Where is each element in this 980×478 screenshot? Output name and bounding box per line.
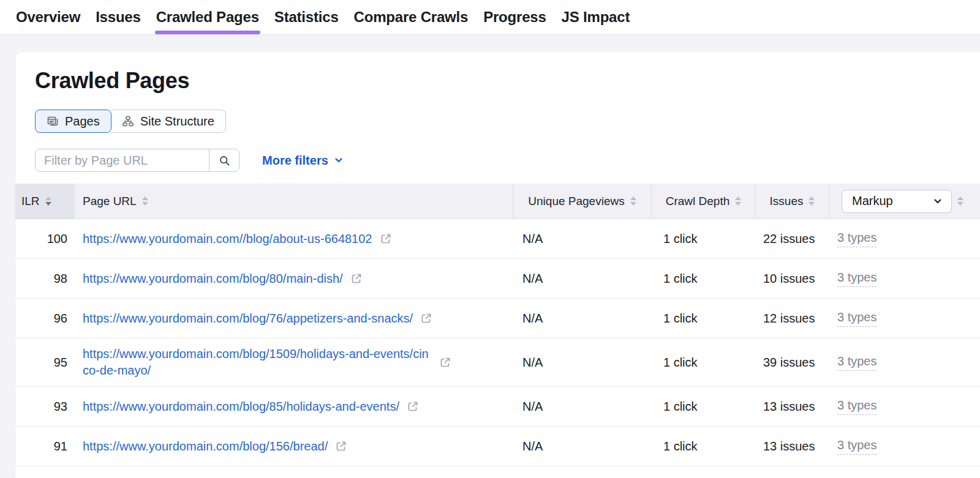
- ilr-value: 91: [15, 439, 75, 454]
- crawled-pages-card: Crawled Pages Pages: [15, 52, 980, 478]
- page-url-cell: https://www.yourdomain.com//blog/about-u…: [75, 231, 513, 247]
- filter-row: More filters: [35, 149, 980, 172]
- page-url-link[interactable]: https://www.yourdomain.com//blog/about-u…: [83, 231, 372, 247]
- page-title: Crawled Pages: [15, 52, 980, 94]
- external-link-icon[interactable]: [407, 400, 419, 413]
- column-header-ilr[interactable]: ILR: [15, 184, 75, 218]
- pages-icon: [47, 115, 59, 127]
- tab-js-impact[interactable]: JS Impact: [560, 0, 631, 34]
- tab-label: Issues: [96, 9, 141, 26]
- ilr-value: 98: [15, 272, 75, 286]
- table-header: ILR Page URL Unique Pageviews Crawl Dept…: [15, 184, 980, 219]
- column-header-crawl-depth[interactable]: Crawl Depth: [651, 184, 755, 218]
- tab-label: Statistics: [274, 9, 339, 26]
- page-url-cell: https://www.yourdomain.com/blog/76/appet…: [75, 310, 513, 327]
- column-header-page-url[interactable]: Page URL: [75, 184, 513, 218]
- site-structure-icon: [122, 115, 134, 127]
- issues-count: 13 issues: [755, 400, 829, 414]
- page-url-cell: https://www.yourdomain.com/blog/80/main-…: [75, 271, 513, 287]
- markup-column-select[interactable]: Markup: [842, 190, 952, 213]
- unique-pageviews-value: N/A: [513, 312, 651, 326]
- column-header-issues[interactable]: Issues: [755, 184, 829, 218]
- sort-icon[interactable]: [142, 196, 148, 206]
- chevron-down-icon: [334, 155, 344, 165]
- issues-count: 13 issues: [755, 439, 829, 454]
- search-icon: [219, 155, 230, 166]
- view-toggle: Pages Site Structure: [35, 110, 226, 133]
- site-structure-view-label: Site Structure: [140, 114, 214, 129]
- page-url-link[interactable]: https://www.yourdomain.com/blog/85/holid…: [83, 398, 399, 415]
- column-label: ILR: [21, 195, 40, 208]
- table-row: 95 https://www.yourdomain.com/blog/1509/…: [15, 338, 980, 387]
- issues-count: 10 issues: [755, 272, 829, 286]
- tab-compare-crawls[interactable]: Compare Crawls: [353, 0, 470, 34]
- tab-statistics[interactable]: Statistics: [273, 0, 340, 34]
- site-structure-view-button[interactable]: Site Structure: [111, 110, 226, 133]
- table-row: 93 https://www.yourdomain.com/blog/85/ho…: [15, 387, 980, 427]
- unique-pageviews-value: N/A: [513, 232, 651, 246]
- sort-icon[interactable]: [630, 196, 636, 206]
- page-url-link[interactable]: https://www.yourdomain.com/blog/156/brea…: [83, 438, 328, 455]
- column-label: Issues: [770, 195, 804, 208]
- page-url-filter-input[interactable]: [35, 149, 209, 172]
- crawl-depth-value: 1 click: [651, 356, 755, 370]
- sort-icon[interactable]: [809, 196, 815, 206]
- tab-label: Progress: [483, 9, 546, 26]
- table-row: 100 https://www.yourdomain.com//blog/abo…: [15, 219, 980, 259]
- sort-icon[interactable]: [957, 196, 963, 206]
- tab-overview[interactable]: Overview: [15, 0, 81, 34]
- pages-view-label: Pages: [65, 114, 100, 129]
- table-row: 98 https://www.yourdomain.com/blog/80/ma…: [15, 259, 980, 299]
- external-link-icon[interactable]: [439, 356, 451, 368]
- unique-pageviews-value: N/A: [513, 356, 651, 370]
- column-label: Crawl Depth: [666, 195, 730, 208]
- report-tab-bar: Overview Issues Crawled Pages Statistics…: [0, 0, 980, 35]
- unique-pageviews-value: N/A: [513, 439, 651, 454]
- page-url-link[interactable]: https://www.yourdomain.com/blog/80/main-…: [83, 271, 343, 287]
- tab-issues[interactable]: Issues: [94, 0, 142, 34]
- crawl-depth-value: 1 click: [651, 400, 755, 414]
- page-url-link[interactable]: https://www.yourdomain.com/blog/1509/hol…: [83, 346, 432, 379]
- external-link-icon[interactable]: [335, 440, 347, 452]
- column-header-unique-pageviews[interactable]: Unique Pageviews: [513, 184, 651, 218]
- column-label: Page URL: [83, 195, 137, 208]
- tab-label: Compare Crawls: [354, 9, 469, 26]
- column-header-markup: Markup: [829, 184, 980, 218]
- markup-types-link[interactable]: 3 types: [837, 310, 876, 327]
- page-url-cell: https://www.yourdomain.com/blog/156/brea…: [75, 438, 513, 455]
- unique-pageviews-value: N/A: [513, 400, 651, 414]
- tab-crawled-pages[interactable]: Crawled Pages: [155, 0, 260, 34]
- markup-types-link[interactable]: 3 types: [837, 438, 876, 455]
- markup-types-link[interactable]: 3 types: [837, 354, 876, 371]
- crawl-depth-value: 1 click: [651, 232, 755, 246]
- markup-types-link[interactable]: 3 types: [837, 231, 876, 247]
- ilr-value: 100: [15, 232, 75, 246]
- tab-label: Overview: [16, 9, 80, 26]
- unique-pageviews-value: N/A: [513, 272, 651, 286]
- ilr-value: 93: [15, 400, 75, 414]
- crawl-depth-value: 1 click: [651, 439, 755, 454]
- tab-progress[interactable]: Progress: [482, 0, 547, 34]
- page-url-link[interactable]: https://www.yourdomain.com/blog/76/appet…: [83, 310, 413, 327]
- sort-icon[interactable]: [735, 196, 741, 206]
- chevron-down-icon: [932, 196, 943, 207]
- external-link-icon[interactable]: [380, 233, 392, 245]
- ilr-value: 96: [15, 312, 75, 326]
- column-label: Unique Pageviews: [528, 195, 624, 208]
- table-row: 91 https://www.yourdomain.com/blog/156/b…: [15, 427, 980, 466]
- more-filters-toggle[interactable]: More filters: [262, 154, 344, 168]
- external-link-icon[interactable]: [350, 272, 363, 285]
- search-button[interactable]: [209, 149, 239, 172]
- pages-view-button[interactable]: Pages: [35, 110, 111, 133]
- external-link-icon[interactable]: [420, 312, 432, 324]
- markup-types-link[interactable]: 3 types: [837, 271, 876, 287]
- tab-label: JS Impact: [562, 9, 630, 26]
- more-filters-label: More filters: [262, 154, 328, 168]
- sort-icon[interactable]: [45, 196, 51, 206]
- crawl-depth-value: 1 click: [651, 272, 755, 286]
- page-url-cell: https://www.yourdomain.com/blog/1509/hol…: [75, 346, 513, 379]
- markup-types-link[interactable]: 3 types: [837, 398, 876, 415]
- issues-count: 22 issues: [755, 232, 829, 246]
- tab-label: Crawled Pages: [156, 9, 259, 26]
- issues-count: 12 issues: [755, 312, 829, 326]
